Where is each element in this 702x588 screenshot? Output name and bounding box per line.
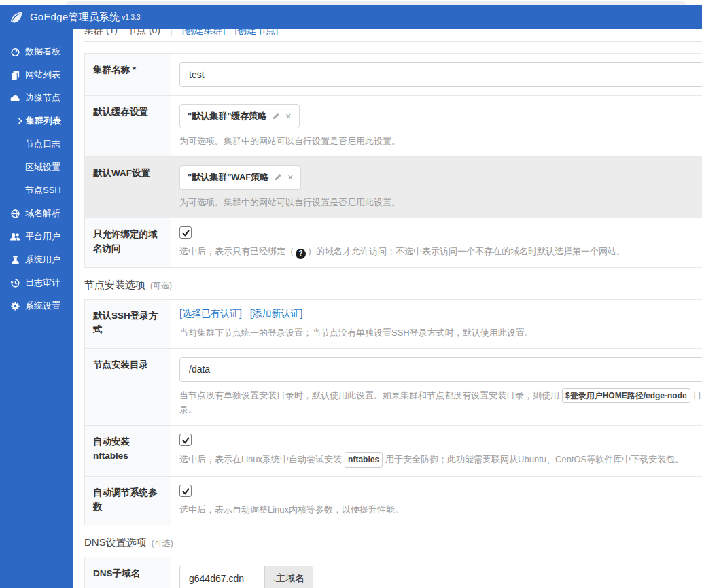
remove-icon[interactable]: × — [285, 111, 291, 121]
tune-system-checkbox[interactable] — [179, 485, 192, 497]
sidebar-item-label: 节点日志 — [25, 138, 60, 150]
nftables-label: 自动安装nftables — [85, 426, 171, 476]
sidebar-item-cluster-list[interactable]: 集群列表 — [0, 109, 73, 133]
home-path-code-chip: $登录用户HOME路径/edge-node — [562, 388, 690, 404]
default-waf-label: 默认WAF设置 — [85, 157, 171, 218]
sidebar-item-websites[interactable]: 网站列表 — [0, 63, 73, 86]
basic-settings-table: 集群名称 * 默认缓存设置 "默认集群"缓存策略 × 为可选项。集群中的网站可以… — [84, 53, 702, 268]
ssh-help-text: 当前集群下节点统一的登录设置；当节点没有单独设置SSH登录方式时，默认使用此设置… — [179, 326, 701, 340]
section-optional-text: (可选) — [150, 281, 172, 290]
sidebar-item-label: 网站列表 — [25, 69, 60, 81]
sidebar-item-label: 边缘节点 — [25, 92, 60, 104]
dns-subdomain-row: DNS子域名 .主域名 当前已为你生成默认的子域名。当前集群的子域名，和主域名一… — [85, 557, 702, 588]
nftables-help-text: 选中后，表示在Linux系统中自动尝试安装nftables用于安全防御；此功能需… — [179, 452, 701, 468]
bind-domain-help-before: 选中后，表示只有已经绑定（ — [179, 246, 294, 256]
install-options-section-title: 节点安装选项(可选) — [84, 279, 702, 291]
install-dir-label: 节点安装目录 — [85, 349, 171, 426]
sidebar-item-label: 集群列表 — [26, 115, 61, 127]
install-options-table: 默认SSH登录方式 [选择已有认证] [添加新认证] 当前集群下节点统一的登录设… — [84, 299, 702, 526]
cluster-name-label: 集群名称 * — [85, 54, 171, 95]
cluster-form: 集群名称 * 默认缓存设置 "默认集群"缓存策略 × 为可选项。集群中的网站可以… — [84, 53, 702, 588]
section-title-text: DNS设置选项 — [84, 536, 147, 548]
sidebar-item-label: 域名解析 — [25, 207, 60, 220]
tune-system-row: 自动调节系统参数 选中后，表示自动调整Linux内核等参数，以便提升性能。 — [85, 477, 702, 525]
websites-icon — [10, 69, 20, 80]
sidebar-item-audit-logs[interactable]: 日志审计 — [0, 271, 73, 294]
nftables-row: 自动安装nftables 选中后，表示在Linux系统中自动尝试安装nftabl… — [85, 426, 702, 477]
install-dir-help-before: 当节点没有单独设置安装目录时，默认使用此设置。如果集群和节点都没有设置安装目录，… — [179, 390, 559, 400]
app-header: GoEdge管理员系统 v1.3.3 — [0, 5, 702, 29]
app-title: GoEdge管理员系统 — [30, 11, 120, 24]
browser-top-strip — [0, 0, 702, 5]
cache-policy-chip-label: "默认集群"缓存策略 — [188, 110, 266, 122]
add-new-auth-link[interactable]: [添加新认证] — [250, 308, 303, 319]
main-domain-addon: .主域名 — [265, 566, 313, 588]
dashboard-icon — [10, 46, 20, 57]
ssh-login-row: 默认SSH登录方式 [选择已有认证] [添加新认证] 当前集群下节点统一的登录设… — [85, 300, 702, 349]
default-cache-row: 默认缓存设置 "默认集群"缓存策略 × 为可选项。集群中的网站可以自行设置是否启… — [85, 96, 702, 157]
tune-system-label: 自动调节系统参数 — [85, 477, 171, 525]
section-title-text: 节点安装选项 — [84, 279, 145, 290]
chevron-right-icon — [17, 118, 24, 124]
globe-icon — [10, 208, 20, 219]
default-waf-row: 默认WAF设置 "默认集群"WAF策略 × 为可选项。集群中的网站可以自行设置是… — [85, 157, 702, 218]
sidebar-item-system-settings[interactable]: 系统设置 — [0, 294, 73, 317]
sidebar-item-node-logs[interactable]: 节点日志 — [0, 133, 73, 156]
dns-options-table: DNS子域名 .主域名 当前已为你生成默认的子域名。当前集群的子域名，和主域名一… — [84, 557, 702, 588]
nftables-code-chip: nftables — [345, 452, 383, 468]
ssh-login-label: 默认SSH登录方式 — [85, 300, 171, 348]
sidebar-item-label: 区域设置 — [25, 161, 60, 173]
bind-domain-help-after: ）的域名才允许访问；不选中表示访问一个不存在的域名时默认选择第一个网站。 — [307, 246, 625, 256]
sidebar-item-node-ssh[interactable]: 节点SSH — [0, 179, 73, 202]
sidebar-item-dashboard[interactable]: 数据看板 — [0, 40, 73, 63]
bind-domain-help-text: 选中后，表示只有已经绑定（?）的域名才允许访问；不选中表示访问一个不存在的域名时… — [179, 245, 701, 258]
sidebar-item-label: 数据看板 — [25, 46, 60, 58]
edit-pencil-icon[interactable] — [274, 173, 282, 181]
sidebar-item-label: 系统用户 — [25, 254, 60, 266]
leaf-logo-icon — [10, 11, 23, 24]
edit-pencil-icon[interactable] — [272, 112, 280, 120]
install-dir-input[interactable] — [179, 357, 702, 382]
default-cache-label: 默认缓存设置 — [85, 96, 171, 156]
sidebar-item-label: 平台用户 — [25, 230, 60, 243]
system-user-icon — [10, 254, 20, 265]
question-circle-icon: ? — [296, 249, 306, 259]
sidebar-item-label: 节点SSH — [25, 184, 61, 196]
nftables-checkbox[interactable] — [179, 434, 192, 446]
bind-domain-checkbox[interactable] — [179, 226, 192, 239]
sidebar: 数据看板 网站列表 边缘节点 集群列表 节点日志 区域设置 节点SSH — [0, 29, 73, 588]
install-dir-help-text: 当节点没有单独设置安装目录时，默认使用此设置。如果集群和节点都没有设置安装目录，… — [179, 388, 702, 417]
gear-icon — [10, 300, 20, 311]
sidebar-item-edge-nodes[interactable]: 边缘节点 — [0, 86, 73, 109]
cache-help-text: 为可选项。集群中的网站可以自行设置是否启用此设置。 — [179, 135, 701, 148]
sidebar-item-platform-users[interactable]: 平台用户 — [0, 225, 73, 248]
select-existing-auth-link[interactable]: [选择已有认证] — [179, 308, 242, 319]
history-icon — [10, 277, 20, 288]
waf-policy-chip[interactable]: "默认集群"WAF策略 × — [179, 165, 301, 190]
cloud-icon — [10, 92, 20, 103]
section-optional-text: (可选) — [152, 538, 173, 548]
cache-policy-chip[interactable]: "默认集群"缓存策略 × — [179, 104, 300, 128]
waf-help-text: 为可选项。集群中的网站可以自行设置是否启用此设置。 — [179, 196, 701, 209]
dns-options-section-title: DNS设置选项(可选) — [84, 536, 702, 549]
dns-subdomain-input[interactable] — [179, 566, 265, 588]
tune-system-help-text: 选中后，表示自动调整Linux内核等参数，以便提升性能。 — [179, 503, 701, 517]
browser-top-artifact — [65, 1, 686, 5]
sidebar-item-dns[interactable]: 域名解析 — [0, 202, 73, 225]
bind-domain-label: 只允许绑定的域名访问 — [85, 218, 171, 266]
cluster-name-input[interactable] — [179, 62, 702, 87]
dns-subdomain-label: DNS子域名 — [85, 557, 171, 588]
remove-icon[interactable]: × — [287, 173, 293, 182]
install-dir-row: 节点安装目录 当节点没有单独设置安装目录时，默认使用此设置。如果集群和节点都没有… — [85, 349, 702, 426]
users-icon — [10, 231, 20, 242]
cluster-name-row: 集群名称 * — [85, 54, 702, 96]
app-version: v1.3.3 — [122, 14, 140, 21]
nftables-help-after: 用于安全防御；此功能需要联网从Ubuntu、CentOS等软件库中下载安装包。 — [385, 454, 684, 464]
nftables-help-before: 选中后，表示在Linux系统中自动尝试安装 — [179, 454, 342, 464]
sidebar-item-label: 日志审计 — [25, 277, 60, 289]
sidebar-item-label: 系统设置 — [25, 300, 60, 312]
waf-policy-chip-label: "默认集群"WAF策略 — [188, 171, 268, 184]
sidebar-item-system-users[interactable]: 系统用户 — [0, 248, 73, 271]
sidebar-item-regions[interactable]: 区域设置 — [0, 156, 73, 179]
bind-domain-row: 只允许绑定的域名访问 选中后，表示只有已经绑定（?）的域名才允许访问；不选中表示… — [85, 218, 702, 267]
